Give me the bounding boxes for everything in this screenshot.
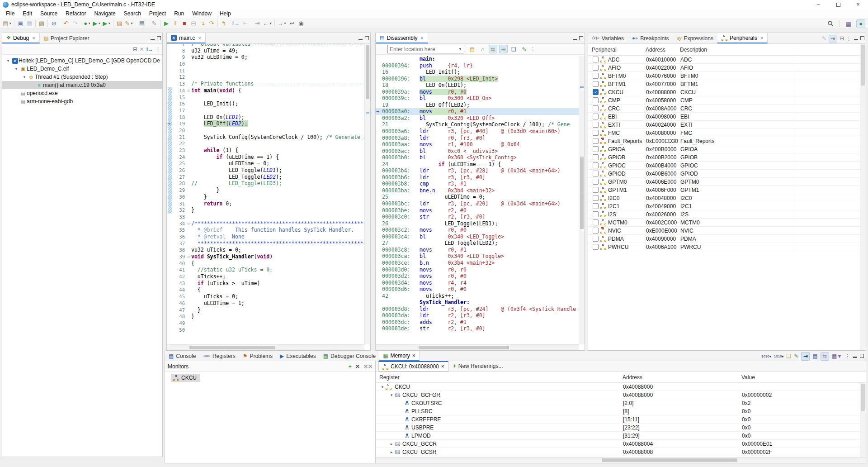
line-number[interactable]: 11 [173, 67, 186, 74]
tab-memory[interactable]: ▦Memory× [379, 351, 420, 361]
register-row[interactable]: ▾1010 0101CKCU_GCFGR0x400880000x00000002 [376, 391, 866, 399]
code-text[interactable]: } [191, 194, 364, 200]
line-number[interactable]: 20 [173, 127, 186, 134]
undo-icon[interactable]: ↶ [61, 19, 71, 28]
memory-horizontal-scrollbar[interactable] [376, 457, 866, 463]
disassembly-line[interactable]: 0000039a: movs r0, #0 [376, 89, 579, 95]
tab-main-c[interactable]: c main.c × [167, 33, 206, 43]
follow-execution-icon[interactable]: ⇥ [499, 45, 508, 53]
disassembly-line[interactable]: 000003de: str r2, [r3, #0] [376, 325, 579, 332]
code-text[interactable] [191, 327, 364, 334]
peripheral-row[interactable]: CRC0x4008A000CRC [588, 105, 866, 113]
peripherals-vertical-scrollbar[interactable] [860, 44, 866, 350]
disassembly-line[interactable]: 27 LED_Toggle(LED2); [376, 240, 579, 247]
code-editor[interactable]: 7/* Global variables -------------------… [167, 44, 364, 344]
remove-all-monitors-icon[interactable]: ✕✕ [363, 363, 373, 370]
collapse-all-icon[interactable]: ⊟ [840, 35, 844, 42]
disassembly-line[interactable]: 26 LED_Toggle(LED1); [376, 220, 579, 227]
register-row[interactable]: 001CKOUTSRC[2:0]0x2 [376, 399, 866, 407]
peripheral-row[interactable]: GPTM10x4006F000GPTM1 [588, 186, 866, 194]
code-text[interactable]: /* Global variables --------------------… [191, 44, 364, 48]
disassembly-line[interactable]: 000003ce: b.n 0x3b4 <main+32> [376, 260, 579, 267]
editor-line[interactable]: 44 { [167, 286, 364, 293]
line-number[interactable]: 37 [173, 240, 186, 247]
remove-monitor-icon[interactable]: ✕ [355, 363, 360, 370]
register-row[interactable]: 001USBPRE[23:22]0x0 [376, 424, 866, 432]
minimize-view-icon[interactable] [359, 36, 363, 41]
line-number[interactable]: 35 [173, 227, 186, 234]
editor-line[interactable]: 25 uLEDTime = 0; [167, 160, 364, 167]
line-number[interactable]: 21 [173, 134, 186, 141]
code-text[interactable]: LED_Toggle(LED2); [191, 174, 364, 181]
step-filters-icon[interactable]: ⇥ [253, 19, 262, 28]
line-number[interactable]: 23 [173, 147, 186, 154]
minimize-view-icon[interactable] [573, 36, 577, 41]
run-icon[interactable]: ▶▼ [92, 19, 102, 28]
editor-line[interactable]: 42 uTicks++; [167, 273, 364, 280]
line-number[interactable]: 28 [173, 180, 186, 187]
line-number[interactable]: 48 [173, 313, 186, 320]
disassembly-line[interactable]: 000003d6: movs r0, #0 [376, 286, 579, 293]
peripheral-row[interactable]: GPIOD0x400B6000GPIOD [588, 170, 866, 178]
tab-expressions[interactable]: xy Expressions [673, 33, 717, 43]
line-number[interactable]: 46 [173, 300, 186, 307]
sync-renderings-icon[interactable]: ⇆ [821, 352, 829, 361]
current-line-marker[interactable]: → [167, 120, 173, 127]
editor-line[interactable]: 40{ [167, 260, 364, 267]
peripheral-checkbox[interactable] [593, 114, 599, 119]
code-text[interactable]: } [191, 313, 364, 320]
editor-line[interactable]: 30 } [167, 194, 364, 200]
editor-line[interactable]: 50 [167, 327, 364, 334]
editor-annotation-ruler[interactable] [167, 174, 173, 181]
editor-line[interactable]: 26 LED_Toggle(LED1); [167, 167, 364, 174]
editor-line[interactable]: 38vu32 uTicks = 0; [167, 247, 364, 253]
editor-annotation-ruler[interactable] [167, 87, 173, 94]
link-side-by-side-icon[interactable]: ⇥ [801, 352, 810, 361]
line-number[interactable]: 39 [173, 253, 186, 260]
save-all-icon[interactable]: ▦ [25, 19, 34, 28]
editor-annotation-ruler[interactable] [167, 74, 173, 81]
disassembly-line[interactable]: 25 uLEDTime = 0; [376, 194, 579, 200]
editor-annotation-ruler[interactable] [167, 140, 173, 147]
menu-help[interactable]: Help [216, 10, 235, 18]
code-text[interactable]: uTicks++; [191, 273, 364, 280]
tab-new-renderings[interactable]: + New Renderings... [449, 361, 507, 371]
peripheral-checkbox[interactable]: ✓ [593, 89, 599, 95]
view-menu-icon[interactable]: ⋮ [530, 46, 536, 52]
fold-minus-icon[interactable]: ⊖ [186, 220, 191, 227]
editor-annotation-ruler[interactable] [167, 293, 173, 300]
sync-with-stack-icon[interactable]: ⇆ [489, 45, 497, 53]
disassembly-line[interactable]: 000003a2: bl 0x320 <LED_Off> [376, 115, 579, 122]
expander-icon[interactable]: ▾ [21, 75, 28, 79]
export-memory-icon[interactable]: 1010▸ [774, 354, 784, 358]
editor-annotation-ruler[interactable] [167, 187, 173, 194]
editor-annotation-ruler[interactable] [167, 214, 173, 220]
editor-line[interactable]: 12 [167, 74, 364, 81]
line-number[interactable]: 7 [173, 44, 186, 48]
editor-line[interactable]: 14⊖int main(void) { [167, 87, 364, 94]
detach-icon[interactable]: ✎ [150, 19, 159, 28]
editor-annotation-ruler[interactable] [167, 273, 173, 280]
editor-annotation-ruler[interactable] [167, 280, 173, 287]
step-return-icon[interactable]: ↰ [219, 19, 228, 28]
code-text[interactable]: return 0; [191, 200, 364, 207]
peripheral-row[interactable]: I2S0x40026000I2S [588, 210, 866, 219]
maximize-view-icon[interactable] [860, 353, 864, 359]
tab-debugger-console[interactable]: ▤Debugger Console [320, 351, 379, 361]
disassembly-line[interactable]: 000003d4: movs r4, r4 [376, 280, 579, 286]
line-number[interactable]: 9 [173, 54, 186, 61]
code-text[interactable]: } [191, 307, 364, 314]
editor-line[interactable]: 9vu32 uLEDTime = 0; [167, 54, 364, 61]
disassembly-line[interactable]: 000003b6: ldr r3, [r3, #0] [376, 174, 579, 181]
peripheral-row[interactable]: MCTM00x4002C000MCTM0 [588, 219, 866, 227]
peripheral-checkbox[interactable] [593, 211, 599, 217]
new-view-icon[interactable]: ❏ [509, 45, 518, 53]
close-icon[interactable]: × [441, 363, 444, 370]
tab-disassembly[interactable]: ▤ Disassembly × [376, 33, 428, 43]
skip-breakpoints-icon[interactable]: ⊘ [49, 19, 58, 28]
editor-line[interactable]: 7/* Global variables -------------------… [167, 44, 364, 48]
line-number[interactable]: 29 [173, 187, 186, 194]
peripheral-checkbox[interactable] [593, 146, 599, 152]
code-text[interactable]: { [191, 260, 364, 267]
remove-terminated-icon[interactable]: ✕ [140, 46, 144, 52]
